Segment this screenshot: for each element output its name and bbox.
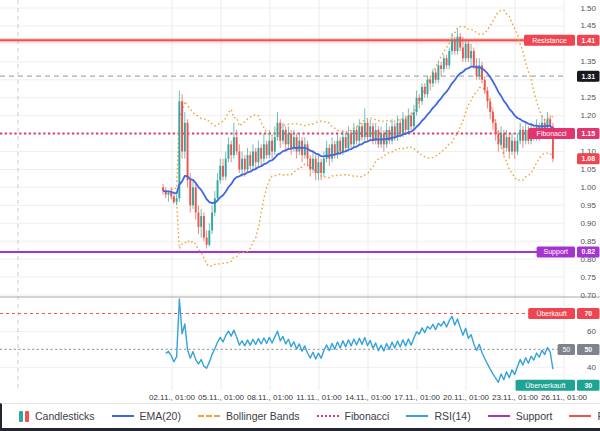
legend-label: Bollinger Bands [226,410,300,422]
legend-label: EMA(20) [140,410,181,422]
axis-label: Fibonacci [537,130,567,137]
price-chart-svg[interactable]: 0.700.750.800.850.900.951.001.051.101.15… [0,0,600,403]
axis-label: 23.11., 01:00 [492,393,539,402]
dashed-swatch-icon [198,415,220,417]
axis-label: Überverkauft [525,382,565,389]
axis-label: 1.35 [580,57,596,66]
axis-label: 20.11., 01:00 [443,393,490,402]
axis-label: 26.11., 01:00 [541,393,588,402]
candlestick-icon [19,411,29,422]
axis-label: 05.11., 01:00 [198,393,245,402]
line-swatch-icon [488,415,510,417]
legend-label: RSI(14) [434,410,470,422]
axis-label: 1.20 [580,111,596,120]
axis-label: 1.00 [580,183,596,192]
axis-label: 1.50 [580,4,596,13]
axis-label: 70 [584,310,592,317]
axis-label: 1.41 [581,37,595,44]
line-swatch-icon [569,415,591,417]
legend-item-bollinger-bands[interactable]: Bollinger Bands [198,410,300,422]
axis-label: 1.08 [581,155,595,162]
legend-label: Candlesticks [35,410,95,422]
axis-label: Resistance [532,37,567,44]
overbought-badge: Überkauft70 [528,308,599,319]
axis-label: 1.25 [580,93,596,102]
legend-item-ema-20-[interactable]: EMA(20) [112,410,181,422]
chart-container: 0.700.750.800.850.900.951.001.051.101.15… [0,0,600,431]
axis-label: 11.11., 01:00 [296,393,342,402]
axis-label: 60 [587,327,596,336]
resistance-badge: Resistance1.41 [524,35,600,46]
bollinger-upper [171,10,553,190]
axis-label: Support [544,248,569,256]
bollinger-lower [171,87,553,266]
legend-item-support[interactable]: Support [488,410,553,422]
time-axis: 02.11., 01:0005.11., 01:0008.11., 01:001… [149,393,588,402]
fibonacci-badge: Fibonacci1.15 [528,128,599,139]
axis-label: 50 [584,346,592,353]
axis-label: 1.05 [580,165,596,174]
axis-label: 14.11., 01:00 [345,393,392,402]
rsi-mid-badge: 5050 [558,344,600,355]
axis-label: 1.45 [580,21,596,30]
line-swatch-icon [406,415,428,417]
line-swatch-icon [112,415,134,417]
axis-label: 0.95 [580,201,596,210]
price-axis: 0.700.750.800.850.900.951.001.051.101.15… [580,4,596,390]
legend-label: Support [516,410,553,422]
axis-label: 0.85 [580,237,596,246]
axis-label: 1.31 [581,73,595,80]
axis-label: 1.15 [581,130,595,137]
support-badge: Support0.82 [537,246,600,257]
dotted-swatch-icon [317,415,339,417]
axis-label: 50 [562,346,570,353]
axis-label: 17.11., 01:00 [394,393,441,402]
axis-label: 30 [584,382,592,389]
legend-item-candlesticks[interactable]: Candlesticks [19,410,95,422]
legend: CandlesticksEMA(20)Bollinger BandsFibona… [0,403,600,428]
axis-label: 0.82 [581,248,595,255]
last-close-badge: 1.31 [577,71,600,82]
axis-label: 0.75 [580,273,596,282]
legend-label: Fibonacci [345,410,390,422]
legend-item-resistance[interactable]: Resistance [569,410,600,422]
axis-label: 0.70 [580,291,596,300]
legend-item-rsi-14-[interactable]: RSI(14) [406,410,470,422]
oversold-badge: Überverkauft30 [516,380,600,391]
rsi-line [166,299,553,382]
axis-label: 08.11., 01:00 [247,393,294,402]
current-price-badge: 1.08 [577,153,600,164]
axis-label: 0.90 [580,219,596,228]
axis-label: 02.11., 01:00 [149,393,196,402]
axis-label: 40 [587,363,596,372]
legend-item-fibonacci[interactable]: Fibonacci [317,410,390,422]
axis-label: Überkauft [536,310,566,317]
